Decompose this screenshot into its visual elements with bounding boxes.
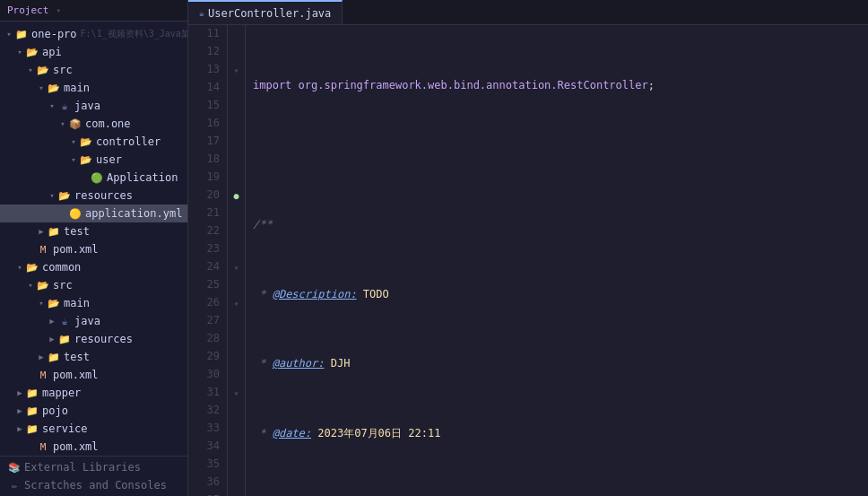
tree-item-com-one[interactable]: ▾ 📦 com.one (0, 115, 187, 133)
code-editor[interactable]: 11 12 13 14 15 16 17 18 19 20 21 22 23 2… (188, 25, 868, 496)
ln-28: 28 (192, 330, 220, 348)
arrow-api: ▾ (14, 47, 25, 57)
folder-icon-pojo: 📁 (25, 404, 39, 418)
ln-11: 11 (192, 25, 220, 43)
label-service: service (42, 422, 88, 435)
tab-usercontroller[interactable]: ☕ UserController.java (188, 0, 343, 24)
ln-12: 12 (192, 43, 220, 61)
scratches-icon: ✏️ (7, 478, 22, 492)
code-line-11: import org.springframework.web.bind.anno… (253, 77, 861, 95)
label-mapper: mapper (42, 387, 81, 399)
ln-35: 35 (192, 456, 220, 474)
arrow-resources-api: ▾ (47, 190, 57, 201)
tree-item-application[interactable]: 🟢 Application (0, 169, 187, 187)
tree-item-one-pro[interactable]: ▾ 📁 one-pro F:\1_视频资料\3_Java架构师-技术专家\1_c… (0, 25, 187, 43)
external-libs-label: External Libraries (24, 461, 141, 474)
file-tree: ▾ 📁 one-pro F:\1_视频资料\3_Java架构师-技术专家\1_c… (0, 22, 187, 456)
code-content[interactable]: import org.springframework.web.bind.anno… (246, 25, 868, 496)
folder-icon-service: 📁 (25, 422, 39, 436)
gutter: ▾ ● ▾ ▾ ▾ (228, 25, 246, 496)
folder-icon-one-pro: 📁 (14, 27, 29, 41)
tree-item-pojo[interactable]: ▶ 📁 pojo (0, 402, 187, 420)
app-icon-application: 🟢 (90, 170, 104, 185)
gutter-22 (228, 222, 245, 240)
expand-icon[interactable]: ▾ (56, 5, 61, 15)
tree-item-user[interactable]: ▾ 📂 user (0, 151, 187, 169)
tree-item-java-common[interactable]: ▶ ☕ java (0, 312, 187, 330)
tree-item-common[interactable]: ▾ 📂 common (0, 258, 187, 276)
tree-item-main-api[interactable]: ▾ 📂 main (0, 79, 187, 97)
label-application-yml: application.yml (85, 207, 182, 220)
gutter-35 (228, 456, 245, 474)
arrow-pojo: ▶ (14, 405, 25, 416)
tree-item-main-common[interactable]: ▾ 📂 main (0, 294, 187, 312)
tree-item-pom-common[interactable]: M pom.xml (0, 366, 187, 384)
tab-bar: ☕ UserController.java (188, 0, 868, 25)
folder-icon-main-common: 📂 (47, 296, 61, 310)
folder-icon-resources-api: 📂 (57, 188, 72, 203)
arrow-service: ▶ (14, 423, 25, 434)
ln-24: 24 (192, 258, 220, 276)
tree-item-service[interactable]: ▶ 📁 service (0, 420, 187, 438)
tree-item-test-api[interactable]: ▶ 📁 test (0, 222, 187, 240)
ln-19: 19 (192, 169, 220, 187)
tab-label: UserController.java (208, 7, 331, 20)
ln-29: 29 (192, 348, 220, 366)
arrow-resources-common: ▶ (47, 334, 57, 344)
arrow-main-common: ▾ (36, 298, 47, 309)
gutter-21 (228, 204, 245, 222)
gutter-23 (228, 240, 245, 258)
external-libs-icon: 📚 (7, 460, 22, 474)
label-resources-common: resources (74, 333, 133, 345)
tree-item-api[interactable]: ▾ 📂 api (0, 43, 187, 61)
arrow-src-api: ▾ (25, 65, 36, 75)
tree-item-java-api[interactable]: ▾ ☕ java (0, 97, 187, 115)
gutter-11 (228, 25, 245, 43)
label-pom-api: pom.xml (53, 243, 99, 256)
sidebar-header: Project ▾ (0, 0, 187, 22)
label-java-api: java (74, 100, 100, 112)
tree-item-controller[interactable]: ▾ 📂 controller (0, 133, 187, 151)
path-label: F:\1_视频资料\3_Java架构师-技术专家\1_code\one-p... (81, 28, 187, 40)
label-user: user (96, 153, 122, 166)
label-resources-api: resources (74, 189, 133, 202)
scratches-label: Scratches and Consoles (24, 479, 167, 492)
folder-icon-mapper: 📁 (25, 386, 39, 400)
ln-21: 21 (192, 204, 220, 222)
tree-item-src-common[interactable]: ▾ 📂 src (0, 276, 187, 294)
arrow-main-api: ▾ (36, 83, 47, 93)
arrow-java-api: ▾ (47, 100, 57, 111)
gutter-36 (228, 474, 245, 492)
tree-item-application-yml[interactable]: 🟡 application.yml (0, 204, 187, 222)
gutter-29 (228, 348, 245, 366)
scratches-item[interactable]: ✏️ Scratches and Consoles (0, 476, 187, 494)
tree-item-pom-api[interactable]: M pom.xml (0, 240, 187, 258)
tree-item-resources-api[interactable]: ▾ 📂 resources (0, 187, 187, 204)
arrow-pom-common (25, 370, 36, 380)
code-line-12 (253, 146, 861, 164)
folder-icon-controller: 📂 (79, 135, 93, 149)
ln-26: 26 (192, 294, 220, 312)
yaml-icon: 🟡 (68, 206, 82, 221)
ln-32: 32 (192, 402, 220, 420)
ln-25: 25 (192, 276, 220, 294)
gutter-13: ▾ (228, 61, 245, 79)
tree-item-mapper[interactable]: ▶ 📁 mapper (0, 384, 187, 402)
tree-item-resources-common[interactable]: ▶ 📁 resources (0, 330, 187, 348)
label-src-common: src (53, 279, 73, 292)
ln-15: 15 (192, 97, 220, 115)
label-one-pro: one-pro (31, 28, 77, 40)
arrow-src-common: ▾ (25, 280, 36, 291)
java-icon-common: ☕ (57, 314, 72, 328)
tree-item-pom-root[interactable]: M pom.xml (0, 438, 187, 456)
tree-item-test-common[interactable]: ▶ 📁 test (0, 348, 187, 366)
gutter-33 (228, 420, 245, 438)
tree-item-src-api[interactable]: ▾ 📂 src (0, 61, 187, 79)
folder-icon-main-api: 📂 (47, 81, 61, 95)
xml-icon-pom-root: M (36, 439, 50, 454)
external-libraries-item[interactable]: 📚 External Libraries (0, 458, 187, 476)
label-java-common: java (74, 315, 100, 327)
arrow-pom-root (25, 441, 36, 452)
ln-30: 30 (192, 366, 220, 384)
gutter-24: ▾ (228, 258, 245, 276)
